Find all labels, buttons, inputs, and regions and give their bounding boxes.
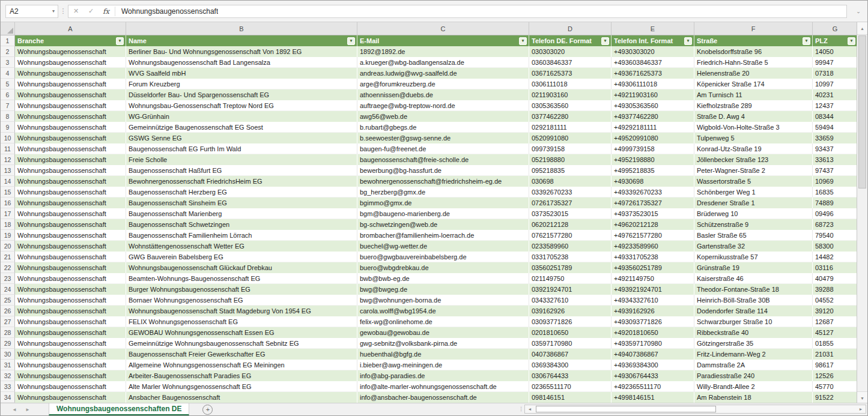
cell[interactable]: 10969	[813, 176, 858, 187]
cell[interactable]: 10997	[813, 79, 858, 89]
cell[interactable]: Wohnungsbaugenossenschaft	[15, 68, 126, 79]
cell[interactable]: +493392670233	[612, 187, 694, 197]
row-number[interactable]: 23	[1, 273, 15, 284]
column-letter-C[interactable]: C	[357, 22, 529, 35]
cell[interactable]: 03671625373	[529, 68, 612, 79]
row-number[interactable]: 13	[1, 165, 15, 176]
cell[interactable]: Wohnungsbaugenossenschaft	[15, 306, 126, 316]
cell[interactable]: +49331705238	[612, 252, 694, 262]
row-number[interactable]: 18	[1, 219, 15, 230]
cell[interactable]: 021149750	[529, 273, 612, 284]
cell[interactable]: Peter-Wagner-Straße 2	[694, 165, 813, 176]
cell[interactable]: awg56@web.de	[357, 111, 529, 122]
cell[interactable]: carola.wolff@wbg1954.de	[357, 306, 529, 316]
cell[interactable]: +4930303020	[612, 46, 694, 57]
cell[interactable]: Kaiserstraße 46	[694, 273, 813, 284]
row-number[interactable]: 8	[1, 111, 15, 122]
name-box-dropdown-icon[interactable]: ▾	[52, 8, 58, 14]
cell[interactable]: 14482	[813, 252, 858, 262]
cell[interactable]: Forum Kreuzberg	[126, 79, 357, 89]
cell[interactable]: Gemeinnützige Wohnungsbaugenossenschaft …	[126, 338, 357, 349]
cell[interactable]: Paradiesstraße 240	[694, 370, 813, 381]
insert-function-icon[interactable]: fx	[99, 7, 114, 16]
cell[interactable]: Baugenossenschaft Haßfurt EG	[126, 165, 357, 176]
cell[interactable]: 12687	[813, 316, 858, 327]
cell[interactable]: info@alte-marler-wohnungsgenossenschaft.…	[357, 381, 529, 392]
cell[interactable]: Wohnungsbaugenossenschaft Glückauf Drebk…	[126, 262, 357, 273]
cell[interactable]: Wohnungsbaugenossenschaft	[15, 133, 126, 143]
row-number[interactable]: 19	[1, 230, 15, 241]
cell[interactable]: 74889	[813, 197, 858, 208]
cell[interactable]: Fritz-Lindemann-Weg 2	[694, 349, 813, 360]
add-sheet-button[interactable]: +	[202, 405, 213, 415]
cell[interactable]: bgimmo@gmx.de	[357, 197, 529, 208]
cell[interactable]: 0377462280	[529, 111, 612, 122]
vertical-scrollbar[interactable]: ▲ ▼	[857, 22, 867, 404]
cell[interactable]: Kopernikusstraße 57	[694, 252, 813, 262]
cell[interactable]: FELIX Wohnungsgenossenschaft EG	[126, 316, 357, 327]
cell[interactable]: 98617	[813, 360, 858, 370]
row-number[interactable]: 25	[1, 295, 15, 306]
cell[interactable]: 08344	[813, 111, 858, 122]
cell[interactable]: bg-schwetzingen@web.de	[357, 219, 529, 230]
row-number[interactable]: 34	[1, 392, 15, 403]
cell[interactable]: +49407386867	[612, 349, 694, 360]
cell[interactable]: +4998146151	[612, 392, 694, 403]
cell[interactable]: 0233589960	[529, 241, 612, 252]
formula-bar-splitter-icon[interactable]: ⋮	[58, 7, 68, 15]
row-number[interactable]: 6	[1, 89, 15, 100]
filter-dropdown-icon[interactable]: ▾	[116, 37, 124, 45]
column-header-cell[interactable]: Straße▾	[694, 35, 813, 46]
cell[interactable]: Götzingerstraße 35	[694, 338, 813, 349]
cell[interactable]: 099739158	[529, 143, 612, 154]
cell[interactable]: +49520991080	[612, 133, 694, 143]
cell[interactable]: Wohnungsbaugenossenschaft	[15, 100, 126, 111]
cell[interactable]: Wohnungsbaugenossenschaft	[15, 208, 126, 219]
cell[interactable]: WG-Grünhain	[126, 111, 357, 122]
cell[interactable]: +49377462280	[612, 111, 694, 122]
scroll-right-icon[interactable]: ►	[856, 407, 866, 411]
formula-input[interactable]: Wohnungsbaugenossenschaft	[117, 7, 218, 16]
cell[interactable]: 03392670233	[529, 187, 612, 197]
cell[interactable]: 59494	[813, 122, 858, 133]
cell[interactable]: +493093771826	[612, 316, 694, 327]
horizontal-scroll-thumb[interactable]	[536, 406, 716, 412]
cell[interactable]: buero@wbgdrebkau.de	[357, 262, 529, 273]
cell[interactable]: Baugenossenschaft Familienheim Lörrach	[126, 230, 357, 241]
row-number[interactable]: 31	[1, 360, 15, 370]
cell[interactable]: athoennissen@duebs.de	[357, 89, 529, 100]
row-number[interactable]: 20	[1, 241, 15, 252]
cell[interactable]: Wohnungsbaugenossenschaft	[15, 338, 126, 349]
select-all-corner[interactable]	[1, 22, 15, 35]
sheet-tab-active[interactable]: Wohnungsbaugenossenschaften DE	[49, 403, 189, 415]
cell[interactable]: 91522	[813, 392, 858, 403]
row-number[interactable]: 27	[1, 316, 15, 327]
cell[interactable]: Wohnungsbaugenossenschaft	[15, 241, 126, 252]
cell[interactable]: b.seewoester@gswg-senne.de	[357, 133, 529, 143]
cell[interactable]: Wohnungsbaugenossenschaft	[15, 219, 126, 230]
cell[interactable]: Ribbeckstraße 40	[694, 327, 813, 338]
cell[interactable]: +49306111018	[612, 79, 694, 89]
cell[interactable]: WVG Saalfeld mbH	[126, 68, 357, 79]
cell[interactable]: gwg-sebnitz@volksbank-pirna.de	[357, 338, 529, 349]
cell[interactable]: 0306111018	[529, 79, 612, 89]
cell[interactable]: 01855	[813, 338, 858, 349]
cell[interactable]: Allgemeine Wohnungsgenossenschaft EG Mei…	[126, 360, 357, 370]
cell[interactable]: +493597170980	[612, 338, 694, 349]
cell[interactable]: 03116	[813, 262, 858, 273]
next-sheet-icon[interactable]: ►	[21, 407, 34, 412]
cell[interactable]: Wohnungsbaugenossenschaft	[15, 316, 126, 327]
scroll-down-icon[interactable]: ▼	[857, 391, 867, 404]
cell[interactable]: Wohnungsbaugenossenschaft	[15, 370, 126, 381]
cell[interactable]: Am Turnisch 11	[694, 89, 813, 100]
cell[interactable]: Wohnungsbaugenossenschaft	[15, 122, 126, 133]
cell[interactable]: +49306764433	[612, 370, 694, 381]
cell[interactable]: 0407386867	[529, 349, 612, 360]
cell[interactable]: +497261735327	[612, 197, 694, 208]
cell[interactable]: Jöllenbecker Straße 123	[694, 154, 813, 165]
cell[interactable]: Wohnungsbaugenossenschaft	[15, 154, 126, 165]
cell[interactable]: 97437	[813, 165, 858, 176]
cell[interactable]: Wohnungsbau-Genossenschaft Treptow Nord …	[126, 100, 357, 111]
row-number[interactable]: 33	[1, 381, 15, 392]
cell[interactable]: +49233589960	[612, 241, 694, 252]
